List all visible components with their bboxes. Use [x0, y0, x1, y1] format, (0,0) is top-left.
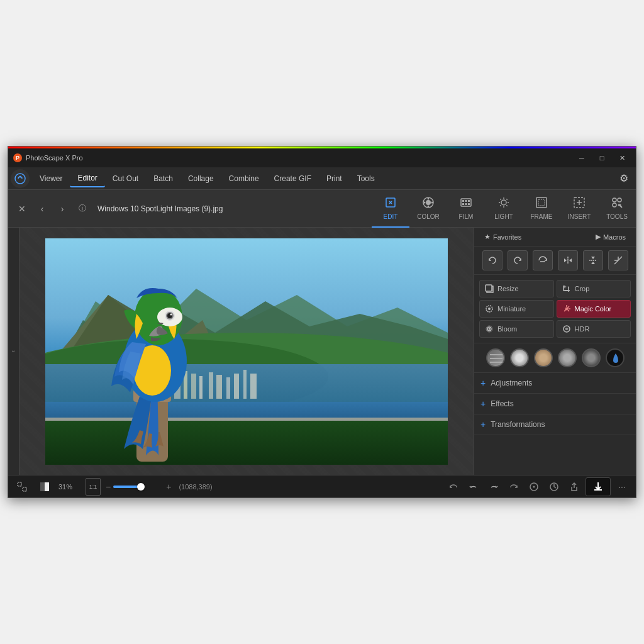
- tone-dark-button[interactable]: [582, 348, 601, 367]
- film-icon: [460, 196, 472, 212]
- svg-rect-25: [536, 197, 547, 208]
- macros-item[interactable]: ▶ Macros: [592, 231, 630, 242]
- app-window: P PhotoScape X Pro ─ □ ✕ Viewer Editor C…: [8, 146, 636, 498]
- close-button[interactable]: ✕: [613, 152, 631, 164]
- svg-point-76: [488, 308, 491, 310]
- effects-label: Effects: [491, 399, 513, 408]
- photo-image: [45, 238, 448, 465]
- rotate-cw-button[interactable]: [508, 250, 528, 270]
- svg-line-21: [500, 199, 501, 199]
- menu-print[interactable]: Print: [319, 170, 350, 187]
- adjustments-header[interactable]: + Adjustments: [474, 373, 636, 393]
- selection-tool-button[interactable]: [13, 478, 31, 496]
- svg-point-7: [428, 205, 430, 207]
- zoom-percent: 31%: [58, 483, 80, 491]
- svg-point-30: [613, 198, 616, 202]
- tool-insert[interactable]: INSERT: [560, 190, 598, 228]
- canvas-area[interactable]: [19, 228, 474, 475]
- toolbar-left: ✕ ‹ › ⓘ Windows 10 SpotLight Images (9).…: [8, 200, 372, 218]
- zoom-slider-container: − +: [106, 482, 171, 492]
- menu-collage[interactable]: Collage: [180, 170, 221, 187]
- hdr-button[interactable]: HDR: [557, 320, 631, 338]
- flip-v-button[interactable]: [583, 250, 603, 270]
- tool-edit[interactable]: EDIT: [372, 190, 409, 228]
- tone-lines-button[interactable]: [486, 348, 505, 367]
- menu-cutout[interactable]: Cut Out: [105, 170, 146, 187]
- color-mode-button[interactable]: [36, 478, 53, 496]
- rotate-ccw-button[interactable]: [482, 250, 502, 270]
- left-panel: ›: [8, 228, 19, 475]
- flip-h-button[interactable]: [558, 250, 578, 270]
- restore-button[interactable]: □: [593, 152, 611, 164]
- star-icon: ★: [484, 233, 491, 241]
- tone-drop-button[interactable]: [606, 348, 625, 367]
- transformations-header[interactable]: + Transformations: [474, 414, 636, 435]
- settings-icon[interactable]: ⚙: [614, 169, 633, 188]
- tool-color[interactable]: COLOR: [409, 190, 447, 228]
- favorites-label: Favorites: [493, 233, 521, 241]
- svg-rect-12: [468, 200, 470, 202]
- menu-tools[interactable]: Tools: [350, 170, 382, 187]
- tone-warm-button[interactable]: [534, 348, 553, 367]
- light-icon: [497, 196, 510, 212]
- menu-viewer[interactable]: Viewer: [32, 170, 70, 187]
- tool-light[interactable]: LIGHT: [485, 190, 523, 228]
- straighten-button[interactable]: [608, 250, 628, 270]
- tone-cool-button[interactable]: [558, 348, 577, 367]
- toolbar-tools: EDIT COLOR: [372, 190, 636, 228]
- photo-container: [45, 238, 448, 465]
- tool-film[interactable]: FILM: [447, 190, 485, 228]
- magic-color-button[interactable]: Magic Color: [557, 300, 631, 318]
- rotate-180-button[interactable]: [533, 250, 553, 270]
- menu-batch[interactable]: Batch: [146, 170, 180, 187]
- bloom-button[interactable]: Bloom: [479, 320, 554, 338]
- tone-row: [474, 343, 636, 373]
- menu-creategif[interactable]: Create GIF: [267, 170, 319, 187]
- timer2-button[interactable]: [545, 478, 563, 496]
- svg-point-16: [501, 200, 506, 205]
- svg-line-23: [506, 199, 507, 199]
- resize-button[interactable]: Resize: [479, 280, 554, 297]
- menu-editor[interactable]: Editor: [70, 170, 104, 187]
- timer-button[interactable]: [525, 478, 543, 496]
- minimize-button[interactable]: ─: [573, 152, 591, 164]
- prev-file-button[interactable]: ‹: [33, 200, 51, 218]
- frame-icon: [535, 196, 548, 212]
- right-sidebar: ★ Favorites ▶ Macros: [474, 228, 636, 475]
- info-button[interactable]: ⓘ: [74, 200, 91, 218]
- svg-rect-74: [486, 285, 492, 291]
- favorites-item[interactable]: ★ Favorites: [480, 231, 525, 242]
- edit-icon: [384, 196, 397, 212]
- title-bar: P PhotoScape X Pro ─ □ ✕: [8, 148, 636, 167]
- toolbar: ✕ ‹ › ⓘ Windows 10 SpotLight Images (9).…: [8, 190, 636, 228]
- file-name: Windows 10 SpotLight Images (9).jpg: [97, 204, 223, 213]
- app-title: PhotoScape X Pro: [26, 154, 83, 162]
- app-logo[interactable]: [11, 169, 30, 188]
- menu-bar: Viewer Editor Cut Out Batch Collage Comb…: [8, 167, 636, 190]
- bloom-label: Bloom: [497, 325, 517, 333]
- zoom-1to1-button[interactable]: 1:1: [86, 478, 101, 496]
- tone-vignette-button[interactable]: [510, 348, 529, 367]
- tool-frame[interactable]: FRAME: [523, 190, 560, 228]
- redo-button[interactable]: [485, 478, 502, 496]
- effects-header[interactable]: + Effects: [474, 394, 636, 414]
- status-actions: ···: [445, 477, 631, 496]
- svg-rect-10: [462, 200, 464, 202]
- miniature-button[interactable]: Miniature: [479, 300, 554, 318]
- tool-tools[interactable]: TOOLS: [598, 190, 636, 228]
- save-button[interactable]: [586, 477, 611, 496]
- share-button[interactable]: [565, 478, 583, 496]
- close-file-button[interactable]: ✕: [13, 200, 31, 218]
- zoom-slider[interactable]: [113, 486, 164, 488]
- left-panel-arrow[interactable]: ›: [9, 348, 18, 355]
- more-options-button[interactable]: ···: [613, 478, 631, 496]
- undo-button[interactable]: [465, 478, 482, 496]
- tool-tools-label: TOOLS: [606, 213, 628, 220]
- next-file-button[interactable]: ›: [53, 200, 71, 218]
- undo-step-button[interactable]: [445, 478, 462, 496]
- menu-combine[interactable]: Combine: [221, 170, 267, 187]
- transformations-plus-icon: +: [480, 419, 486, 430]
- crop-button[interactable]: Crop: [557, 280, 631, 297]
- magic-color-label: Magic Color: [575, 305, 612, 313]
- redo-step-button[interactable]: [505, 478, 523, 496]
